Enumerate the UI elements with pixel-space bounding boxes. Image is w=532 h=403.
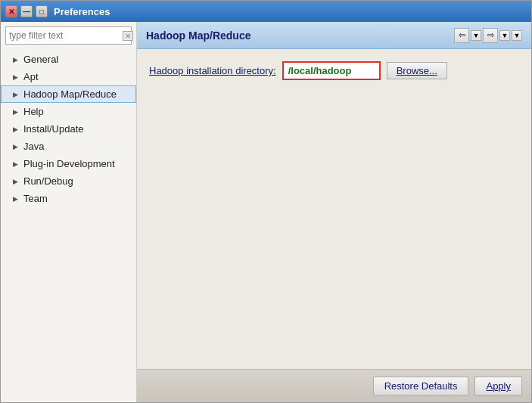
restore-defaults-button[interactable]: Restore Defaults [373,377,469,395]
expand-arrow-icon: ▶ [13,108,20,116]
sidebar-item-java[interactable]: ▶ Java [1,138,136,155]
sidebar-item-hadoop-map-reduce[interactable]: ▶ Hadoop Map/Reduce [1,85,136,103]
sidebar-item-team[interactable]: ▶ Team [1,190,136,207]
close-button[interactable]: ✕ [5,5,17,17]
nav-item-label: Plug-in Development [23,158,115,169]
window-title: Preferences [54,6,110,17]
title-bar: ✕ — □ Preferences [1,1,531,22]
minimize-button[interactable]: — [20,5,33,17]
nav-list: ▶ General ▶ Apt ▶ Hadoop Map/Reduce ▶ He… [1,49,136,402]
main-panel: Hadoop Map/Reduce ⇦ ▼ ⇨ ▼ ▼ Hadoop insta… [137,22,531,402]
maximize-button[interactable]: □ [36,5,48,17]
nav-item-label: Apt [23,71,39,82]
search-input[interactable] [9,30,123,41]
search-clear-icon[interactable]: ✕ [123,31,133,41]
nav-item-label: Run/Debug [23,175,73,187]
bottom-bar: Restore Defaults Apply [137,369,531,402]
back-button[interactable]: ⇦ [454,28,469,43]
menu-dropdown-button[interactable]: ▼ [512,30,522,41]
sidebar-item-apt[interactable]: ▶ Apt [1,68,136,85]
forward-dropdown-button[interactable]: ▼ [499,30,510,41]
expand-arrow-icon: ▶ [13,160,20,168]
sidebar-item-install-update[interactable]: ▶ Install/Update [1,120,136,138]
nav-item-label: Hadoop Map/Reduce [23,88,117,100]
expand-arrow-icon: ▶ [13,91,20,98]
content-area: ✕ ▶ General ▶ Apt ▶ Hadoop Map/Reduce ▶ … [1,22,531,402]
hadoop-dir-row: Hadoop installation directory: Browse... [149,61,519,80]
preferences-window: ✕ — □ Preferences ✕ ▶ General ▶ Apt ▶ [0,0,532,403]
expand-arrow-icon: ▶ [13,143,20,150]
nav-buttons: ⇦ ▼ ⇨ ▼ ▼ [454,28,522,43]
apply-button[interactable]: Apply [474,377,522,395]
panel-title: Hadoop Map/Reduce [146,29,250,42]
nav-item-label: Install/Update [23,123,84,135]
forward-button[interactable]: ⇨ [483,28,498,43]
nav-item-label: Help [23,106,44,117]
sidebar-item-plug-in-development[interactable]: ▶ Plug-in Development [1,155,136,172]
panel-content: Hadoop installation directory: Browse... [137,49,531,369]
hadoop-dir-label: Hadoop installation directory: [149,65,276,76]
hadoop-dir-input[interactable] [282,61,381,80]
expand-arrow-icon: ▶ [13,195,20,203]
expand-arrow-icon: ▶ [13,56,20,64]
panel-header: Hadoop Map/Reduce ⇦ ▼ ⇨ ▼ ▼ [137,22,531,49]
expand-arrow-icon: ▶ [13,73,20,81]
nav-item-label: Java [23,141,44,152]
sidebar-item-general[interactable]: ▶ General [1,51,136,68]
expand-arrow-icon: ▶ [13,126,20,133]
expand-arrow-icon: ▶ [13,178,20,185]
back-dropdown-button[interactable]: ▼ [471,30,481,41]
nav-item-label: Team [23,193,48,204]
sidebar: ✕ ▶ General ▶ Apt ▶ Hadoop Map/Reduce ▶ … [1,22,137,402]
nav-item-label: General [23,54,58,65]
search-box: ✕ [5,26,132,45]
sidebar-item-help[interactable]: ▶ Help [1,103,136,120]
sidebar-item-run-debug[interactable]: ▶ Run/Debug [1,172,136,190]
browse-button[interactable]: Browse... [387,62,447,79]
